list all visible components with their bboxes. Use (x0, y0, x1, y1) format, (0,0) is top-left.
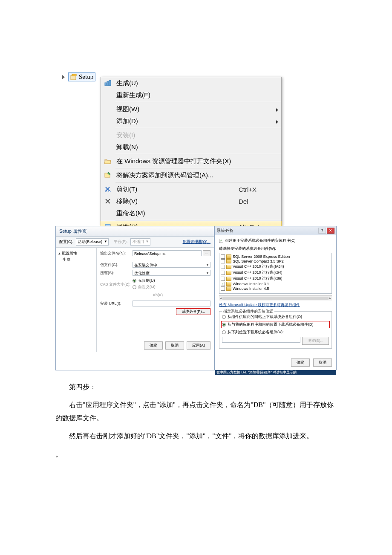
prereq-item-checkbox[interactable] (221, 259, 225, 263)
prereq-ok-button[interactable]: 确定 (291, 358, 310, 367)
menu-add-source-control[interactable]: 将解决方案添加到源代码管理(A)... (101, 169, 281, 181)
package-icon (226, 259, 231, 263)
config-combo[interactable]: 活动(Release)▼ (76, 238, 109, 246)
cancel-button[interactable]: 取消 (165, 341, 184, 350)
folder-open-icon (104, 159, 111, 164)
prereq-listbox[interactable]: SQL Server 2008 Express EditionSQL Serve… (219, 253, 332, 294)
browse-button[interactable]: 浏览(B)... (302, 337, 329, 345)
svg-rect-9 (105, 224, 110, 225)
svg-rect-3 (107, 81, 109, 86)
prereq-item[interactable]: Visual C++ 2010 运行库(IA64) (221, 264, 330, 270)
prereq-item-checkbox[interactable] (221, 286, 225, 291)
svg-rect-4 (109, 80, 111, 86)
output-browse-button[interactable]: ... (203, 250, 210, 256)
menu-add[interactable]: 添加(D) (101, 115, 281, 127)
menu-rename[interactable]: 重命名(M) (101, 207, 281, 219)
prereq-item-label: SQL Server 2008 Express Edition (233, 254, 290, 259)
source-control-icon (104, 172, 111, 178)
create-setup-label: 创建用于安装系统必备组件的安装程序(C) (225, 238, 296, 243)
cab-size-label: CAB 文件大小(Z): (100, 282, 133, 287)
prereq-item[interactable]: Visual C++ 2010 运行库(x64) (221, 270, 330, 276)
microsoft-update-link[interactable]: 检查 Microsoft Update 以获取更多可再发行组件 (219, 302, 300, 308)
status-strip: 在中国万方数据 Ltd. "添加/删除程序" 对话框中显示的... (215, 370, 336, 375)
help-button[interactable]: ? (318, 228, 326, 234)
install-location-group-label: 指定系统必备组件的安装位置 (222, 309, 274, 314)
menu-rebuild[interactable]: 重新生成(E) (101, 89, 281, 101)
setup-context-menu: 生成(U) 重新生成(E) 视图(W) 添加(D) 安装(I) 卸载(N) (101, 77, 282, 233)
package-icon (226, 265, 231, 269)
prereq-item-label: SQL Server Compact 3.5 SP2 (233, 259, 284, 263)
setup-property-page-dialog: Setup 属性页 配置(C): 活动(Release)▼ 平台(P): 不适用… (55, 226, 214, 370)
setup-label-text: Setup (79, 73, 93, 81)
prereq-item-label: Visual C++ 2010 运行库(IA64) (233, 264, 284, 269)
radio-vendor-site[interactable] (222, 315, 226, 319)
paragraph-2: 然后再右击刚才添加好的"DB"文件夹，"添加"，"文件"，将你的数据库添加进来。 (55, 430, 337, 442)
menu-install: 安装(I) (101, 129, 281, 141)
prereq-item-checkbox[interactable] (221, 265, 225, 269)
submenu-arrow-icon (276, 108, 278, 112)
prereq-item-checkbox[interactable] (221, 277, 225, 281)
solution-setup-node[interactable]: Setup (62, 72, 95, 81)
remove-icon (105, 199, 110, 204)
svg-rect-2 (105, 83, 107, 86)
prereq-button[interactable]: 系统必备(P)... (176, 308, 211, 315)
menu-build[interactable]: 生成(U) (101, 77, 281, 89)
svg-rect-1 (72, 74, 76, 76)
prereq-item[interactable]: Windows Installer 3.1 (221, 282, 330, 286)
prereq-item-checkbox[interactable] (221, 282, 225, 286)
menu-open-explorer[interactable]: 在 Windows 资源管理器中打开文件夹(X) (101, 155, 281, 167)
package-icon (226, 286, 231, 291)
prereq-item[interactable]: Windows Installer 4.5 (221, 286, 330, 291)
package-icon (226, 277, 231, 281)
install-url-input[interactable] (133, 301, 210, 306)
prerequisites-dialog: 系统必备 ? ✕ 创建用于安装系统必备组件的安装程序(C) 请选择要安装的系统必… (214, 226, 337, 370)
cab-unlimited-radio[interactable] (133, 279, 136, 283)
radio-same-location[interactable] (222, 323, 226, 327)
apply-button[interactable]: 应用(A) (187, 341, 210, 350)
remove-shortcut: Del (239, 198, 281, 205)
custom-path-input[interactable] (222, 337, 300, 343)
build-icon (104, 80, 111, 86)
package-icon (226, 282, 231, 286)
step-heading: 第四步： (55, 381, 337, 393)
create-setup-checkbox[interactable] (219, 239, 223, 243)
compress-combo[interactable]: 优化速度▼ (133, 270, 210, 276)
prereq-item[interactable]: SQL Server 2008 Express Edition (221, 254, 330, 259)
cab-custom-radio[interactable] (133, 285, 136, 289)
config-manager-link[interactable]: 配置管理器(O)... (183, 239, 211, 245)
setup-project-icon (70, 74, 77, 80)
cut-icon (105, 186, 111, 192)
prereq-cancel-button[interactable]: 取消 (313, 358, 332, 367)
radio-custom-path[interactable] (222, 330, 226, 334)
ok-button[interactable]: 确定 (144, 341, 163, 350)
submenu-arrow-icon (276, 120, 278, 124)
choose-components-label: 请选择要安装的系统必备组件(W): (219, 246, 332, 251)
prereq-item-label: Windows Installer 3.1 (233, 282, 269, 286)
cut-shortcut: Ctrl+X (239, 186, 281, 193)
kb-label: Kb(K) (153, 293, 163, 297)
platform-label: 平台(P): (114, 239, 128, 245)
prereq-item-checkbox[interactable] (221, 254, 225, 259)
prereq-item[interactable]: Visual C++ 2010 运行库(x86) (221, 276, 330, 282)
compress-label: 压缩(S): (100, 270, 133, 276)
expand-triangle-icon (62, 75, 65, 79)
package-label: 包文件(G): (100, 262, 133, 268)
list-hscrollbar[interactable]: ◂▸ (219, 295, 332, 301)
output-file-label: 输出文件名(N): (100, 251, 133, 256)
output-file-input[interactable]: Release\Setup.msi (133, 250, 202, 256)
package-combo[interactable]: 在安装文件中▼ (133, 262, 210, 268)
platform-combo[interactable]: 不适用▼ (130, 238, 150, 246)
property-tree[interactable]: ▴ 配置属性 生成 (56, 248, 97, 352)
prereq-item-checkbox[interactable] (221, 271, 225, 275)
close-button[interactable]: ✕ (327, 228, 334, 234)
menu-view[interactable]: 视图(W) (101, 103, 281, 115)
prereq-item-label: Visual C++ 2010 运行库(x64) (233, 270, 282, 275)
menu-cut[interactable]: 剪切(T) Ctrl+X (101, 183, 281, 195)
dialog-title: Setup 属性页 (56, 226, 214, 237)
prereq-item-label: Windows Installer 4.5 (233, 286, 269, 291)
prereq-dialog-title: 系统必备 (216, 228, 317, 234)
prereq-item[interactable]: SQL Server Compact 3.5 SP2 (221, 259, 330, 264)
menu-uninstall[interactable]: 卸载(N) (101, 141, 281, 153)
prereq-item-label: Visual C++ 2010 运行库(x86) (233, 276, 282, 281)
menu-remove[interactable]: 移除(V) Del (101, 195, 281, 207)
